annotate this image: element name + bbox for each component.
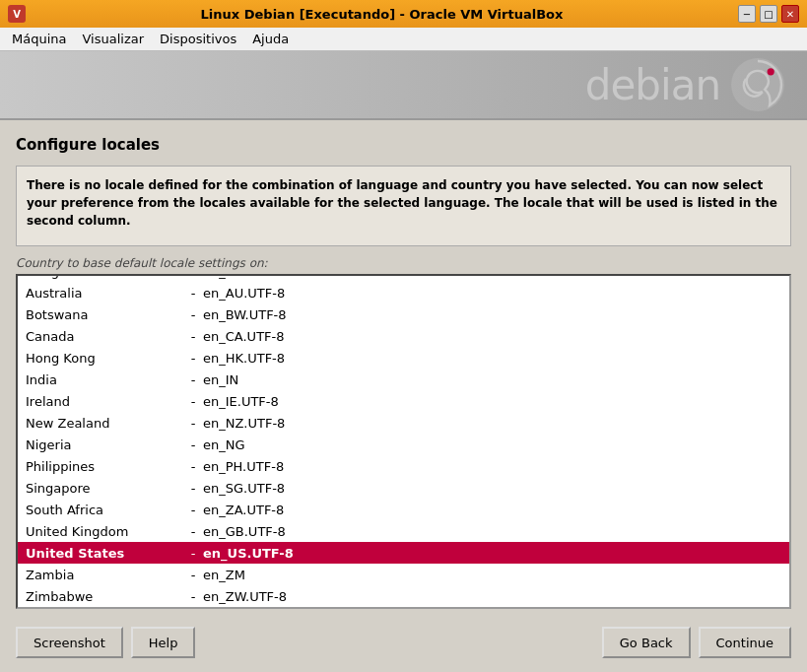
list-item[interactable]: Nigeria-en_NG (18, 434, 789, 455)
country-name: South Africa (26, 503, 183, 517)
locale-list[interactable]: Antigua and Barbuda-en_AGAustralia-en_AU… (18, 276, 789, 607)
separator: - (183, 351, 203, 366)
locale-code: en_IN (203, 372, 238, 387)
separator: - (183, 437, 203, 452)
list-label: Country to base default locale settings … (16, 256, 791, 270)
locale-code: en_BW.UTF-8 (203, 307, 287, 322)
country-name: Botswana (26, 307, 183, 322)
locale-code: en_AU.UTF-8 (203, 286, 285, 301)
country-name: Nigeria (26, 437, 183, 452)
help-button[interactable]: Help (131, 627, 196, 658)
menu-ajuda[interactable]: Ajuda (244, 30, 297, 48)
svg-point-1 (768, 68, 774, 75)
menu-visualizar[interactable]: Visualizar (75, 30, 153, 48)
list-item[interactable]: Hong Kong-en_HK.UTF-8 (18, 347, 789, 369)
vm-header: debian (0, 51, 807, 120)
locale-code: en_US.UTF-8 (203, 546, 294, 561)
locale-code: en_ZM (203, 568, 245, 582)
continue-button[interactable]: Continue (699, 627, 791, 658)
separator: - (183, 307, 203, 322)
separator: - (183, 416, 203, 431)
separator: - (183, 394, 203, 409)
window-title: Linux Debian [Executando] - Oracle VM Vi… (26, 7, 738, 22)
locale-code: en_ZA.UTF-8 (203, 503, 284, 517)
list-item[interactable]: Ireland-en_IE.UTF-8 (18, 390, 789, 412)
locale-code: en_GB.UTF-8 (203, 524, 286, 539)
country-name: United Kingdom (26, 524, 183, 539)
info-text: There is no locale defined for the combi… (27, 176, 780, 230)
separator: - (183, 546, 203, 561)
separator: - (183, 481, 203, 496)
list-item[interactable]: Singapore-en_SG.UTF-8 (18, 477, 789, 499)
country-name: United States (26, 546, 183, 561)
country-name: Hong Kong (26, 351, 183, 366)
separator: - (183, 524, 203, 539)
locale-code: en_SG.UTF-8 (203, 481, 285, 496)
separator: - (183, 568, 203, 582)
locale-code: en_AG (203, 276, 243, 279)
debian-text: debian (585, 61, 720, 109)
separator: - (183, 372, 203, 387)
debian-logo: debian (585, 55, 787, 114)
separator: - (183, 329, 203, 344)
separator: - (183, 276, 203, 279)
locale-code: en_NZ.UTF-8 (203, 416, 285, 431)
separator: - (183, 503, 203, 517)
country-name: Philippines (26, 459, 183, 474)
country-name: Zambia (26, 568, 183, 582)
list-item[interactable]: Zimbabwe-en_ZW.UTF-8 (18, 585, 789, 607)
separator: - (183, 589, 203, 604)
locale-code: en_PH.UTF-8 (203, 459, 284, 474)
country-name: Australia (26, 286, 183, 301)
country-name: Antigua and Barbuda (26, 276, 183, 279)
go-back-button[interactable]: Go Back (602, 627, 691, 658)
locale-code: en_HK.UTF-8 (203, 351, 285, 366)
list-item[interactable]: United States-en_US.UTF-8 (18, 542, 789, 564)
debian-swirl-icon (728, 55, 787, 114)
separator: - (183, 459, 203, 474)
separator: - (183, 286, 203, 301)
title-bar: V Linux Debian [Executando] - Oracle VM … (0, 0, 807, 28)
minimize-button[interactable]: − (738, 5, 756, 23)
list-item[interactable]: Zambia-en_ZM (18, 564, 789, 585)
list-item[interactable]: Australia-en_AU.UTF-8 (18, 282, 789, 303)
bottom-bar: Screenshot Help Go Back Continue (0, 613, 807, 672)
menu-bar: Máquina Visualizar Dispositivos Ajuda (0, 28, 807, 51)
locale-code: en_IE.UTF-8 (203, 394, 279, 409)
list-item[interactable]: Botswana-en_BW.UTF-8 (18, 303, 789, 325)
maximize-button[interactable]: □ (760, 5, 777, 23)
country-name: Zimbabwe (26, 589, 183, 604)
locale-code: en_NG (203, 437, 245, 452)
screenshot-button[interactable]: Screenshot (16, 627, 123, 658)
list-item[interactable]: India-en_IN (18, 369, 789, 390)
svg-point-0 (731, 58, 784, 111)
main-content: Configure locales There is no locale def… (0, 120, 807, 613)
list-item[interactable]: United Kingdom-en_GB.UTF-8 (18, 520, 789, 542)
country-name: New Zealand (26, 416, 183, 431)
locale-code: en_ZW.UTF-8 (203, 589, 287, 604)
menu-maquina[interactable]: Máquina (4, 30, 75, 48)
info-box: There is no locale defined for the combi… (16, 166, 791, 246)
list-item[interactable]: South Africa-en_ZA.UTF-8 (18, 499, 789, 520)
window: V Linux Debian [Executando] - Oracle VM … (0, 0, 807, 672)
country-name: Canada (26, 329, 183, 344)
panel-title: Configure locales (16, 136, 791, 154)
list-item[interactable]: Philippines-en_PH.UTF-8 (18, 455, 789, 477)
list-item[interactable]: Canada-en_CA.UTF-8 (18, 325, 789, 347)
locale-list-container: Antigua and Barbuda-en_AGAustralia-en_AU… (16, 274, 791, 609)
virtualbox-icon: V (8, 5, 26, 23)
country-name: Ireland (26, 394, 183, 409)
list-item[interactable]: New Zealand-en_NZ.UTF-8 (18, 412, 789, 434)
country-name: India (26, 372, 183, 387)
country-name: Singapore (26, 481, 183, 496)
close-button[interactable]: ✕ (781, 5, 799, 23)
menu-dispositivos[interactable]: Dispositivos (152, 30, 244, 48)
window-controls: − □ ✕ (738, 5, 799, 23)
locale-code: en_CA.UTF-8 (203, 329, 285, 344)
